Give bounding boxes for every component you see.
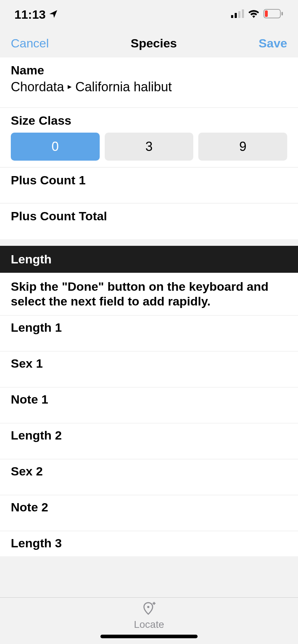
length-1-label: Length 1 [11, 321, 62, 334]
status-time-area: 11:13 [14, 8, 58, 22]
status-indicators [231, 9, 284, 20]
note-2-cell[interactable]: Note 2 [0, 495, 298, 531]
name-value-prefix: Chordata [11, 79, 64, 94]
size-class-option-0[interactable]: 0 [11, 133, 100, 161]
size-class-option-1[interactable]: 3 [105, 133, 194, 161]
svg-rect-0 [231, 15, 233, 18]
status-time: 11:13 [14, 8, 46, 22]
location-services-icon [49, 8, 58, 22]
cellular-signal-icon [231, 9, 244, 19]
sex-1-label: Sex 1 [11, 356, 43, 370]
svg-rect-5 [281, 12, 283, 15]
note-1-cell[interactable]: Note 1 [0, 387, 298, 423]
plus-count-total-cell[interactable]: Plus Count Total [0, 203, 298, 239]
home-indicator[interactable] [100, 635, 198, 638]
wifi-icon [248, 9, 260, 19]
length-2-cell[interactable]: Length 2 [0, 423, 298, 459]
svg-point-7 [147, 606, 149, 608]
svg-rect-6 [265, 10, 268, 17]
plus-count-total-label: Plus Count Total [0, 203, 298, 223]
nav-bar: Cancel Species Save [0, 29, 298, 58]
size-class-cell: Size Class 0 3 9 [0, 108, 298, 167]
section-gap [0, 239, 298, 246]
locate-button[interactable]: Locate [134, 601, 164, 630]
length-3-label: Length 3 [11, 536, 62, 550]
locate-label: Locate [134, 619, 164, 630]
sex-2-label: Sex 2 [11, 464, 43, 478]
locate-icon [142, 601, 156, 617]
note-1-label: Note 1 [11, 392, 48, 406]
sex-1-cell[interactable]: Sex 1 [0, 351, 298, 387]
svg-rect-2 [238, 11, 240, 18]
length-3-cell[interactable]: Length 3 [0, 531, 298, 556]
battery-low-icon [263, 9, 284, 20]
size-class-option-2[interactable]: 9 [198, 133, 287, 161]
name-label: Name [0, 58, 298, 77]
save-button[interactable]: Save [259, 36, 287, 50]
length-section-header: Length [0, 246, 298, 273]
name-cell[interactable]: Name Chordata ▸ California halibut [0, 58, 298, 108]
length-1-cell[interactable]: Length 1 [0, 316, 298, 351]
name-value-suffix: California halibut [75, 79, 172, 94]
length-2-label: Length 2 [11, 428, 62, 442]
name-value: Chordata ▸ California halibut [0, 77, 298, 101]
nav-title: Species [131, 36, 177, 50]
plus-count-1-cell[interactable]: Plus Count 1 [0, 167, 298, 203]
breadcrumb-separator-icon: ▸ [68, 82, 72, 91]
size-class-segmented: 0 3 9 [0, 128, 298, 167]
svg-rect-3 [242, 9, 244, 18]
form-content: Name Chordata ▸ California halibut Size … [0, 58, 298, 556]
size-class-label: Size Class [0, 108, 298, 128]
cancel-button[interactable]: Cancel [11, 36, 49, 50]
status-bar: 11:13 [0, 0, 298, 29]
svg-rect-1 [235, 13, 237, 18]
sex-2-cell[interactable]: Sex 2 [0, 459, 298, 495]
note-2-label: Note 2 [11, 500, 48, 514]
plus-count-1-label: Plus Count 1 [0, 167, 298, 187]
length-hint: Skip the "Done" button on the keyboard a… [0, 273, 298, 316]
